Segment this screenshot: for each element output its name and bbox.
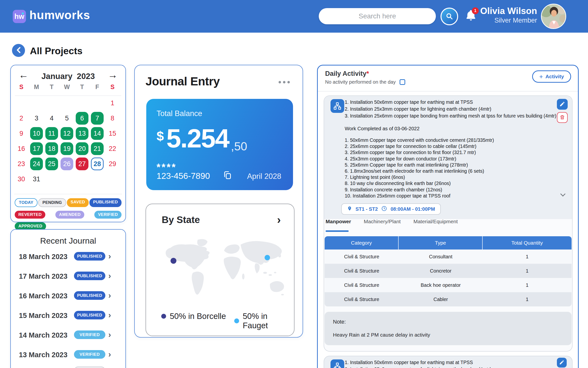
calendar-day-6[interactable]: 6 [76,112,88,125]
calendar-day-23[interactable]: 23 [15,158,28,170]
tab-material-equipment[interactable]: Material/Equipment [413,219,458,224]
calendar-day-8[interactable]: 8 [106,112,119,125]
activity-entry-card-2: 1. Installation 50x6mm copper tape for e… [324,356,573,368]
calendar-day-14[interactable]: 14 [91,127,104,140]
edit-activity-button-2[interactable] [557,358,567,368]
calendar-day-21[interactable]: 21 [91,142,104,155]
collapse-chevron-icon[interactable] [560,191,565,197]
calendar-day-30[interactable]: 30 [15,173,28,185]
calendar-day-5[interactable]: 5 [61,112,73,125]
calendar-blank [91,173,104,185]
calendar-blank [61,173,73,185]
calendar-next-button[interactable]: → [106,70,119,80]
journal-entry-title: Journal Entry [146,75,220,88]
weekday-label: T [45,83,58,91]
calendar-day-18[interactable]: 18 [45,142,58,155]
calendar-day-12[interactable]: 12 [61,127,73,140]
calendar-month: January [41,72,73,81]
calendar-day-2[interactable]: 2 [15,112,28,125]
journal-list-item[interactable]: 16 March 2023PUBLISHED› [11,286,125,306]
partial-badge [74,367,105,368]
calendar-day-1[interactable]: 1 [106,97,119,109]
activity-line: 2. 25x6mm copper tape for connection to … [345,143,494,149]
calendar-day-17[interactable]: 17 [30,142,43,155]
chevron-right-icon[interactable]: › [108,349,111,359]
table-cell: Concretor [399,264,483,278]
calendar-day-7[interactable]: 7 [91,112,104,125]
calendar-day-15[interactable]: 15 [106,127,119,140]
calendar-day-29[interactable]: 29 [106,158,119,170]
weekday-label: S [106,83,119,91]
tab-machinery-plant[interactable]: Machinery/Plant [364,219,401,224]
status-badge: PUBLISHED [74,291,105,300]
calendar-day-4[interactable]: 4 [45,112,58,125]
legend-badge-saved[interactable]: SAVED [67,198,89,207]
calendar-day-27[interactable]: 27 [76,158,88,170]
by-state-expand-button[interactable]: › [277,213,281,226]
page: hw humworks 1 Olivia Wilson [0,0,588,368]
divider [318,91,578,92]
table-cell: Civil & Structure [325,250,399,264]
activity-item-list: 1. Installation 50x6mm copper tape for e… [345,99,556,119]
journal-list-item[interactable]: 18 March 2023PUBLISHED› [11,247,125,266]
legend-badge-today[interactable]: TODAY [15,198,37,207]
legend-dot-fauget [234,318,239,323]
no-activity-checkbox[interactable] [400,79,405,85]
calendar-day-25[interactable]: 25 [45,158,58,170]
user-info[interactable]: Olivia Wilson Silver Member [480,6,537,25]
avatar-image [542,4,566,29]
legend-badge-verified[interactable]: VERIFIED [94,211,122,219]
tab-manpower[interactable]: Manpower [326,219,351,224]
calendar-day-24[interactable]: 24 [30,158,43,170]
journal-date: 17 March 2023 [19,272,67,280]
notifications-button[interactable]: 1 [465,9,478,24]
journal-list-item[interactable]: 13 March 2023VERIFIED› [11,345,125,365]
search-input[interactable] [319,8,436,24]
calendar-day-28[interactable]: 28 [91,158,104,170]
journal-list-item[interactable]: 17 March 2023PUBLISHED› [11,266,125,286]
delete-activity-button[interactable] [557,112,568,123]
chevron-right-icon[interactable]: › [108,251,111,261]
calendar-day-20[interactable]: 20 [76,142,88,155]
calendar-day-11[interactable]: 11 [45,127,58,140]
calendar-day-10[interactable]: 10 [30,127,43,140]
search-bar [319,8,436,24]
legend-badge-reverted[interactable]: REVERTED [15,211,45,219]
activity-line: 5. 25x6mm Copper tape for earth mat inte… [345,162,494,168]
calendar-day-26[interactable]: 26 [61,158,73,170]
more-options-button[interactable] [279,81,290,83]
journal-list-item[interactable]: 15 March 2023PUBLISHED› [11,306,125,325]
avatar[interactable] [541,4,566,29]
calendar-day-19[interactable]: 19 [61,142,73,155]
status-badge: PUBLISHED [74,252,105,261]
legend-badge-pending[interactable]: PENDING [38,198,66,207]
journal-list-item[interactable]: 14 March 2023VERIFIED› [11,325,125,345]
activity-line: 8. 10 way c/w disconnecting link earth b… [345,180,494,186]
edit-activity-button[interactable] [557,99,568,110]
chevron-right-icon[interactable]: › [108,310,111,320]
activity-line: 7. Lightning test point (6nos) [345,174,494,180]
table-header-cell: Total Quantity [483,236,572,250]
app-logo[interactable]: hw [13,10,26,23]
chevron-right-icon[interactable]: › [108,290,111,300]
active-tab-underline [326,230,349,232]
calendar-day-22[interactable]: 22 [106,142,119,155]
chevron-right-icon[interactable]: › [108,330,111,339]
back-button[interactable] [12,44,25,57]
legend-badge-published[interactable]: PUBLISHED [89,198,122,207]
calendar-day-16[interactable]: 16 [15,142,28,155]
search-button[interactable] [441,8,458,25]
copy-icon[interactable] [223,171,232,180]
calendar-day-3[interactable]: 3 [30,112,43,125]
table-cell: 1 [483,278,572,292]
chevron-right-icon[interactable]: › [108,271,111,280]
calendar-day-13[interactable]: 13 [76,127,88,140]
add-activity-button[interactable]: + Activity [532,70,571,83]
work-completed-list: 1. 50x6mm Copper tape covered with condu… [345,137,494,199]
calendar-day-9[interactable]: 9 [15,127,28,140]
calendar-day-31[interactable]: 31 [30,173,43,185]
legend-badge-amended[interactable]: AMENDED [55,211,84,219]
journal-date: 18 March 2023 [19,253,67,261]
activity-entry-card: 1. Installation 50x6mm copper tape for e… [324,95,573,352]
by-state-title: By State [162,214,200,225]
